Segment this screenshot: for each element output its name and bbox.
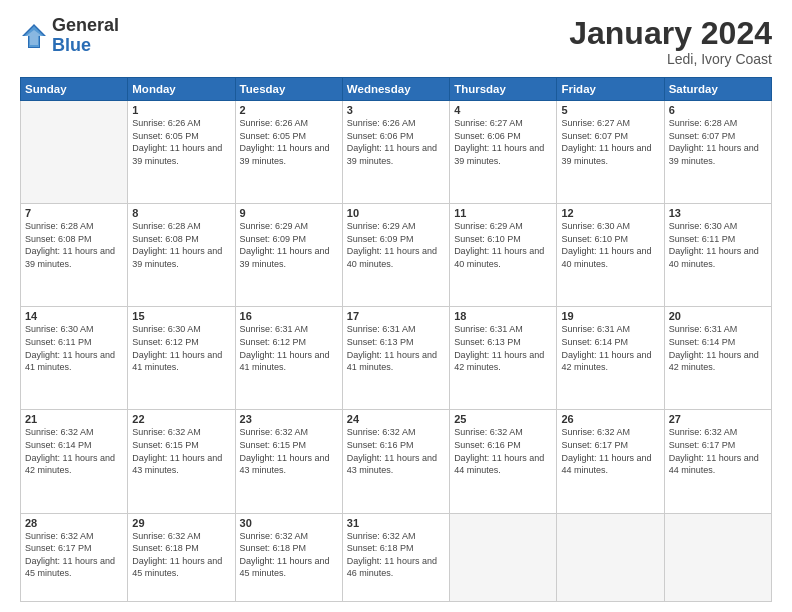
calendar-cell: 13Sunrise: 6:30 AMSunset: 6:11 PMDayligh… [664, 204, 771, 307]
day-info: Sunrise: 6:29 AMSunset: 6:09 PMDaylight:… [347, 220, 445, 270]
day-number: 8 [132, 207, 230, 219]
calendar-cell [557, 513, 664, 602]
logo-text: General Blue [52, 16, 119, 56]
day-info: Sunrise: 6:28 AMSunset: 6:08 PMDaylight:… [25, 220, 123, 270]
day-info: Sunrise: 6:26 AMSunset: 6:06 PMDaylight:… [347, 117, 445, 167]
day-number: 28 [25, 517, 123, 529]
day-number: 5 [561, 104, 659, 116]
calendar-cell: 7Sunrise: 6:28 AMSunset: 6:08 PMDaylight… [21, 204, 128, 307]
day-info: Sunrise: 6:32 AMSunset: 6:17 PMDaylight:… [669, 426, 767, 476]
calendar-cell: 17Sunrise: 6:31 AMSunset: 6:13 PMDayligh… [342, 307, 449, 410]
weekday-header-row: SundayMondayTuesdayWednesdayThursdayFrid… [21, 78, 772, 101]
day-info: Sunrise: 6:32 AMSunset: 6:15 PMDaylight:… [240, 426, 338, 476]
logo-general: General [52, 15, 119, 35]
day-info: Sunrise: 6:28 AMSunset: 6:08 PMDaylight:… [132, 220, 230, 270]
day-number: 3 [347, 104, 445, 116]
day-number: 26 [561, 413, 659, 425]
calendar-cell: 14Sunrise: 6:30 AMSunset: 6:11 PMDayligh… [21, 307, 128, 410]
calendar-cell: 27Sunrise: 6:32 AMSunset: 6:17 PMDayligh… [664, 410, 771, 513]
day-number: 12 [561, 207, 659, 219]
day-info: Sunrise: 6:32 AMSunset: 6:16 PMDaylight:… [347, 426, 445, 476]
day-number: 25 [454, 413, 552, 425]
day-info: Sunrise: 6:32 AMSunset: 6:17 PMDaylight:… [561, 426, 659, 476]
day-info: Sunrise: 6:29 AMSunset: 6:09 PMDaylight:… [240, 220, 338, 270]
day-number: 10 [347, 207, 445, 219]
day-info: Sunrise: 6:30 AMSunset: 6:10 PMDaylight:… [561, 220, 659, 270]
day-info: Sunrise: 6:31 AMSunset: 6:12 PMDaylight:… [240, 323, 338, 373]
day-number: 31 [347, 517, 445, 529]
calendar-cell: 24Sunrise: 6:32 AMSunset: 6:16 PMDayligh… [342, 410, 449, 513]
day-info: Sunrise: 6:32 AMSunset: 6:17 PMDaylight:… [25, 530, 123, 580]
calendar-cell: 21Sunrise: 6:32 AMSunset: 6:14 PMDayligh… [21, 410, 128, 513]
calendar-cell: 1Sunrise: 6:26 AMSunset: 6:05 PMDaylight… [128, 101, 235, 204]
calendar-cell: 3Sunrise: 6:26 AMSunset: 6:06 PMDaylight… [342, 101, 449, 204]
weekday-header-friday: Friday [557, 78, 664, 101]
weekday-header-thursday: Thursday [450, 78, 557, 101]
calendar-cell: 25Sunrise: 6:32 AMSunset: 6:16 PMDayligh… [450, 410, 557, 513]
day-number: 20 [669, 310, 767, 322]
day-number: 18 [454, 310, 552, 322]
calendar-cell [450, 513, 557, 602]
day-number: 1 [132, 104, 230, 116]
month-title: January 2024 [569, 16, 772, 51]
week-row-5: 28Sunrise: 6:32 AMSunset: 6:17 PMDayligh… [21, 513, 772, 602]
day-info: Sunrise: 6:30 AMSunset: 6:11 PMDaylight:… [25, 323, 123, 373]
day-info: Sunrise: 6:32 AMSunset: 6:18 PMDaylight:… [240, 530, 338, 580]
day-info: Sunrise: 6:32 AMSunset: 6:14 PMDaylight:… [25, 426, 123, 476]
calendar-cell: 12Sunrise: 6:30 AMSunset: 6:10 PMDayligh… [557, 204, 664, 307]
day-number: 13 [669, 207, 767, 219]
day-number: 29 [132, 517, 230, 529]
day-info: Sunrise: 6:32 AMSunset: 6:18 PMDaylight:… [347, 530, 445, 580]
calendar-cell: 20Sunrise: 6:31 AMSunset: 6:14 PMDayligh… [664, 307, 771, 410]
day-number: 7 [25, 207, 123, 219]
calendar-cell: 4Sunrise: 6:27 AMSunset: 6:06 PMDaylight… [450, 101, 557, 204]
day-info: Sunrise: 6:32 AMSunset: 6:18 PMDaylight:… [132, 530, 230, 580]
day-number: 19 [561, 310, 659, 322]
day-number: 9 [240, 207, 338, 219]
weekday-header-monday: Monday [128, 78, 235, 101]
day-number: 15 [132, 310, 230, 322]
day-info: Sunrise: 6:26 AMSunset: 6:05 PMDaylight:… [132, 117, 230, 167]
day-info: Sunrise: 6:32 AMSunset: 6:16 PMDaylight:… [454, 426, 552, 476]
day-info: Sunrise: 6:32 AMSunset: 6:15 PMDaylight:… [132, 426, 230, 476]
calendar-cell: 8Sunrise: 6:28 AMSunset: 6:08 PMDaylight… [128, 204, 235, 307]
week-row-4: 21Sunrise: 6:32 AMSunset: 6:14 PMDayligh… [21, 410, 772, 513]
logo-blue: Blue [52, 35, 91, 55]
calendar-cell: 10Sunrise: 6:29 AMSunset: 6:09 PMDayligh… [342, 204, 449, 307]
day-info: Sunrise: 6:31 AMSunset: 6:14 PMDaylight:… [669, 323, 767, 373]
calendar-cell: 2Sunrise: 6:26 AMSunset: 6:05 PMDaylight… [235, 101, 342, 204]
day-info: Sunrise: 6:27 AMSunset: 6:07 PMDaylight:… [561, 117, 659, 167]
calendar-cell [21, 101, 128, 204]
weekday-header-sunday: Sunday [21, 78, 128, 101]
calendar-table: SundayMondayTuesdayWednesdayThursdayFrid… [20, 77, 772, 602]
day-info: Sunrise: 6:27 AMSunset: 6:06 PMDaylight:… [454, 117, 552, 167]
calendar-cell: 16Sunrise: 6:31 AMSunset: 6:12 PMDayligh… [235, 307, 342, 410]
week-row-3: 14Sunrise: 6:30 AMSunset: 6:11 PMDayligh… [21, 307, 772, 410]
day-info: Sunrise: 6:29 AMSunset: 6:10 PMDaylight:… [454, 220, 552, 270]
calendar-cell: 11Sunrise: 6:29 AMSunset: 6:10 PMDayligh… [450, 204, 557, 307]
calendar-cell: 22Sunrise: 6:32 AMSunset: 6:15 PMDayligh… [128, 410, 235, 513]
calendar-cell: 6Sunrise: 6:28 AMSunset: 6:07 PMDaylight… [664, 101, 771, 204]
day-number: 4 [454, 104, 552, 116]
day-number: 6 [669, 104, 767, 116]
day-number: 30 [240, 517, 338, 529]
week-row-1: 1Sunrise: 6:26 AMSunset: 6:05 PMDaylight… [21, 101, 772, 204]
calendar-cell: 31Sunrise: 6:32 AMSunset: 6:18 PMDayligh… [342, 513, 449, 602]
calendar-cell: 29Sunrise: 6:32 AMSunset: 6:18 PMDayligh… [128, 513, 235, 602]
day-info: Sunrise: 6:31 AMSunset: 6:13 PMDaylight:… [347, 323, 445, 373]
calendar-cell: 19Sunrise: 6:31 AMSunset: 6:14 PMDayligh… [557, 307, 664, 410]
calendar-cell: 18Sunrise: 6:31 AMSunset: 6:13 PMDayligh… [450, 307, 557, 410]
title-block: January 2024 Ledi, Ivory Coast [569, 16, 772, 67]
calendar-cell: 30Sunrise: 6:32 AMSunset: 6:18 PMDayligh… [235, 513, 342, 602]
logo-icon [20, 22, 48, 50]
location: Ledi, Ivory Coast [569, 51, 772, 67]
calendar-cell: 9Sunrise: 6:29 AMSunset: 6:09 PMDaylight… [235, 204, 342, 307]
day-info: Sunrise: 6:26 AMSunset: 6:05 PMDaylight:… [240, 117, 338, 167]
calendar-cell: 23Sunrise: 6:32 AMSunset: 6:15 PMDayligh… [235, 410, 342, 513]
day-info: Sunrise: 6:31 AMSunset: 6:14 PMDaylight:… [561, 323, 659, 373]
day-number: 22 [132, 413, 230, 425]
day-number: 23 [240, 413, 338, 425]
page: General Blue January 2024 Ledi, Ivory Co… [0, 0, 792, 612]
day-number: 27 [669, 413, 767, 425]
calendar-cell: 15Sunrise: 6:30 AMSunset: 6:12 PMDayligh… [128, 307, 235, 410]
